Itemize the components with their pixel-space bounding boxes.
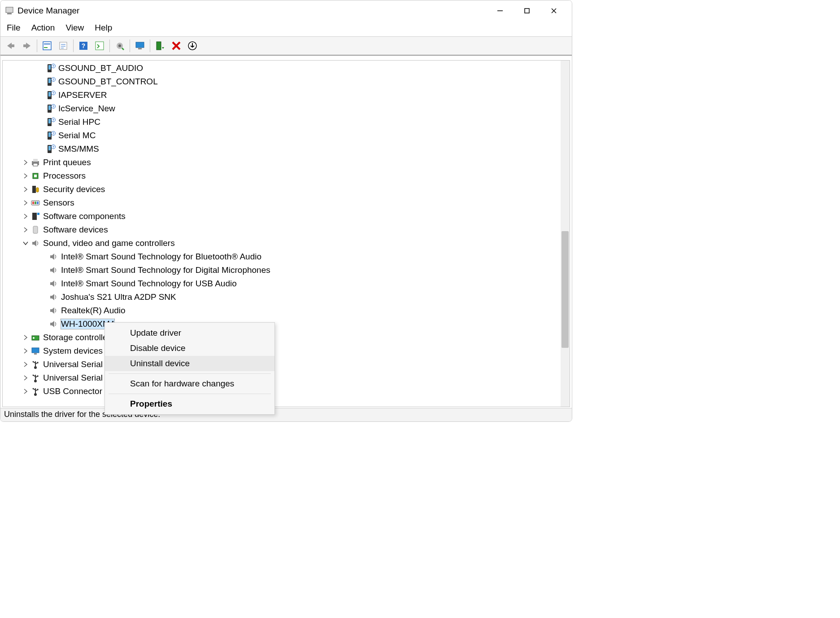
help-button[interactable]: ? — [76, 38, 91, 53]
update-driver-button[interactable] — [112, 38, 127, 53]
speaker-icon — [48, 319, 58, 329]
category-security-devices[interactable]: Security devices — [3, 183, 570, 196]
svg-rect-58 — [34, 175, 37, 177]
svg-rect-8 — [43, 42, 51, 50]
category-label: Sound, video and game controllers — [43, 238, 175, 248]
status-bar: Uninstalls the driver for the selected d… — [0, 408, 572, 421]
minimize-button[interactable] — [487, 0, 514, 21]
svg-rect-39 — [48, 105, 51, 110]
sound-device-item-selected[interactable]: WH-1000XM4 — [3, 317, 570, 331]
tree-item[interactable]: ? IAPSERVER — [3, 88, 570, 102]
forward-button[interactable] — [19, 38, 35, 53]
svg-rect-67 — [33, 226, 38, 233]
tree-item-label: IAPSERVER — [58, 90, 107, 100]
category-label: Security devices — [43, 184, 105, 194]
tree-item[interactable]: ? SMS/MMS — [3, 142, 570, 156]
security-icon — [30, 184, 40, 194]
software-device-icon — [30, 225, 40, 235]
cm-disable-device[interactable]: Disable device — [105, 341, 274, 356]
svg-rect-7 — [23, 44, 27, 47]
category-usb-controllers[interactable]: Universal Serial Bus controllers — [3, 358, 570, 371]
sound-device-item[interactable]: Intel® Smart Sound Technology for USB Au… — [3, 277, 570, 290]
menu-help[interactable]: Help — [95, 23, 112, 33]
cm-uninstall-device[interactable]: Uninstall device — [105, 356, 274, 371]
maximize-button[interactable] — [514, 0, 540, 21]
chevron-right-icon[interactable] — [22, 185, 30, 193]
close-button[interactable] — [540, 0, 567, 21]
tree-item[interactable]: ? GSOUND_BT_AUDIO — [3, 61, 570, 75]
svg-text:?: ? — [52, 105, 54, 108]
chevron-down-icon[interactable] — [22, 239, 30, 247]
svg-rect-65 — [32, 213, 37, 220]
svg-rect-9 — [44, 44, 50, 44]
chevron-right-icon[interactable] — [22, 212, 30, 220]
category-software-components[interactable]: Software components — [3, 210, 570, 223]
tree-item-label: Joshua's S21 Ultra A2DP SNK — [61, 292, 176, 302]
sound-device-item[interactable]: Joshua's S21 Ultra A2DP SNK — [3, 290, 570, 304]
menu-action[interactable]: Action — [31, 23, 55, 33]
svg-rect-70 — [32, 348, 39, 353]
chevron-right-icon[interactable] — [22, 199, 30, 207]
device-tree[interactable]: ? GSOUND_BT_AUDIO ? GSOUND_BT_CONTROL ? … — [2, 60, 570, 407]
properties-button[interactable] — [56, 38, 71, 53]
svg-rect-3 — [525, 9, 529, 13]
scrollbar-thumb[interactable] — [561, 231, 569, 348]
tree-item-label: Intel® Smart Sound Technology for Blueto… — [61, 252, 261, 262]
tree-item-label: GSOUND_BT_AUDIO — [58, 63, 143, 73]
category-label: Sensors — [43, 198, 74, 208]
menu-file[interactable]: File — [7, 23, 21, 33]
svg-rect-59 — [32, 186, 36, 193]
vertical-scrollbar[interactable] — [561, 61, 570, 407]
cm-update-driver[interactable]: Update driver — [105, 325, 274, 341]
chevron-right-icon[interactable] — [22, 347, 30, 355]
cm-properties[interactable]: Properties — [105, 396, 274, 412]
scan-hardware-button[interactable] — [132, 38, 148, 53]
svg-rect-51 — [48, 146, 51, 150]
device-unknown-icon: ? — [46, 104, 56, 114]
category-usb-devices[interactable]: Universal Serial Bus devices — [3, 371, 570, 385]
show-hide-tree-button[interactable] — [39, 38, 55, 53]
chevron-right-icon[interactable] — [22, 333, 30, 342]
category-label: Storage controllers — [43, 333, 114, 342]
category-storage-controllers[interactable]: Storage controllers — [3, 331, 570, 344]
window-title: Device Manager — [17, 6, 487, 16]
sound-device-item[interactable]: Intel® Smart Sound Technology for Blueto… — [3, 250, 570, 263]
svg-rect-64 — [37, 202, 39, 204]
category-software-devices[interactable]: Software devices — [3, 223, 570, 237]
category-system-devices[interactable]: System devices — [3, 344, 570, 358]
tree-item[interactable]: ? IcService_New — [3, 102, 570, 115]
category-processors[interactable]: Processors — [3, 169, 570, 183]
chevron-right-icon[interactable] — [22, 360, 30, 368]
add-legacy-button[interactable] — [185, 38, 200, 53]
tree-item-label: IcService_New — [58, 104, 115, 114]
svg-text:?: ? — [52, 118, 54, 122]
svg-rect-71 — [34, 353, 37, 355]
enable-device-button[interactable] — [152, 38, 168, 53]
chevron-right-icon[interactable] — [22, 158, 30, 167]
category-sensors[interactable]: Sensors — [3, 196, 570, 210]
uninstall-button[interactable] — [169, 38, 184, 53]
svg-rect-22 — [157, 42, 161, 50]
chevron-right-icon[interactable] — [22, 226, 30, 234]
menubar: File Action View Help — [0, 21, 572, 37]
category-usb-connector-managers[interactable]: USB Connector Managers — [3, 385, 570, 398]
sound-device-item[interactable]: Realtek(R) Audio — [3, 304, 570, 317]
sound-device-item[interactable]: Intel® Smart Sound Technology for Digita… — [3, 263, 570, 277]
category-print-queues[interactable]: Print queues — [3, 156, 570, 169]
chevron-right-icon[interactable] — [22, 374, 30, 382]
back-button[interactable] — [3, 38, 18, 53]
tree-item[interactable]: ? Serial HPC — [3, 115, 570, 129]
menu-view[interactable]: View — [65, 23, 84, 33]
tree-item-label: Realtek(R) Audio — [61, 306, 126, 316]
tree-item[interactable]: ? GSOUND_BT_CONTROL — [3, 75, 570, 88]
tree-item[interactable]: ? Serial MC — [3, 129, 570, 142]
monitor-icon — [30, 346, 40, 356]
speaker-icon — [48, 292, 58, 302]
chevron-right-icon[interactable] — [22, 387, 30, 395]
category-sound-video-game[interactable]: Sound, video and game controllers — [3, 237, 570, 250]
chevron-right-icon[interactable] — [22, 172, 30, 180]
view-devices-button[interactable] — [92, 38, 107, 53]
tree-item-label: Serial HPC — [58, 117, 100, 127]
cm-scan-hardware[interactable]: Scan for hardware changes — [105, 376, 274, 391]
speaker-icon — [48, 279, 58, 289]
